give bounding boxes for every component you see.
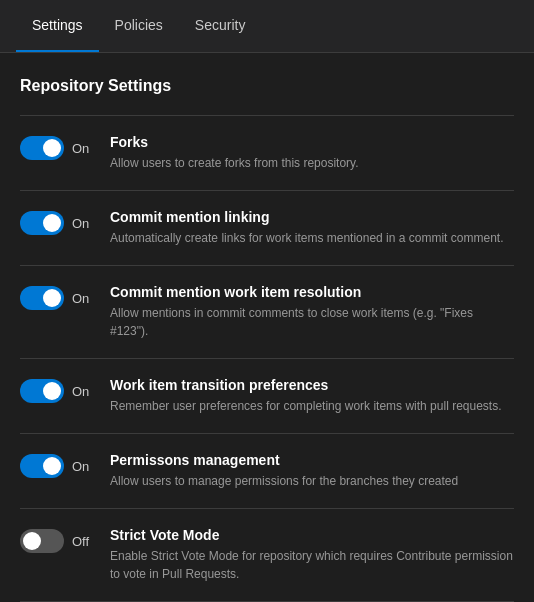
setting-item-strict-vote: Off Strict Vote Mode Enable Strict Vote … [20, 509, 514, 602]
setting-desc-forks: Allow users to create forks from this re… [110, 154, 514, 172]
setting-info-permissions: Permissons management Allow users to man… [110, 452, 514, 490]
section-title: Repository Settings [20, 77, 514, 95]
toggle-work-item-transition[interactable] [20, 379, 64, 403]
setting-desc-permissions: Allow users to manage permissions for th… [110, 472, 514, 490]
setting-info-strict-vote: Strict Vote Mode Enable Strict Vote Mode… [110, 527, 514, 583]
setting-name-permissions: Permissons management [110, 452, 514, 468]
toggle-commit-linking[interactable] [20, 211, 64, 235]
setting-info-work-item-transition: Work item transition preferences Remembe… [110, 377, 514, 415]
toggle-strict-vote[interactable] [20, 529, 64, 553]
setting-desc-commit-linking: Automatically create links for work item… [110, 229, 514, 247]
toggle-label-work-item-transition: On [72, 384, 89, 399]
toggle-container-forks: On [20, 134, 110, 160]
settings-list: On Forks Allow users to create forks fro… [20, 115, 514, 602]
setting-desc-strict-vote: Enable Strict Vote Mode for repository w… [110, 547, 514, 583]
setting-name-work-item-transition: Work item transition preferences [110, 377, 514, 393]
toggle-label-forks: On [72, 141, 89, 156]
main-content: Repository Settings On Forks Allow users… [0, 53, 534, 602]
setting-name-forks: Forks [110, 134, 514, 150]
toggle-container-commit-resolution: On [20, 284, 110, 310]
toggle-container-strict-vote: Off [20, 527, 110, 553]
setting-desc-commit-resolution: Allow mentions in commit comments to clo… [110, 304, 514, 340]
setting-item-commit-resolution: On Commit mention work item resolution A… [20, 266, 514, 359]
toggle-forks[interactable] [20, 136, 64, 160]
toggle-label-permissions: On [72, 459, 89, 474]
setting-item-forks: On Forks Allow users to create forks fro… [20, 116, 514, 191]
setting-info-commit-resolution: Commit mention work item resolution Allo… [110, 284, 514, 340]
tab-settings[interactable]: Settings [16, 0, 99, 52]
toggle-container-permissions: On [20, 452, 110, 478]
setting-item-commit-linking: On Commit mention linking Automatically … [20, 191, 514, 266]
toggle-commit-resolution[interactable] [20, 286, 64, 310]
setting-info-commit-linking: Commit mention linking Automatically cre… [110, 209, 514, 247]
setting-item-work-item-transition: On Work item transition preferences Reme… [20, 359, 514, 434]
toggle-container-work-item-transition: On [20, 377, 110, 403]
toggle-label-strict-vote: Off [72, 534, 89, 549]
setting-name-commit-resolution: Commit mention work item resolution [110, 284, 514, 300]
setting-name-strict-vote: Strict Vote Mode [110, 527, 514, 543]
toggle-container-commit-linking: On [20, 209, 110, 235]
setting-desc-work-item-transition: Remember user preferences for completing… [110, 397, 514, 415]
tab-bar: Settings Policies Security [0, 0, 534, 53]
toggle-permissions[interactable] [20, 454, 64, 478]
toggle-label-commit-resolution: On [72, 291, 89, 306]
setting-item-permissions: On Permissons management Allow users to … [20, 434, 514, 509]
tab-security[interactable]: Security [179, 0, 262, 52]
setting-info-forks: Forks Allow users to create forks from t… [110, 134, 514, 172]
tab-policies[interactable]: Policies [99, 0, 179, 52]
toggle-label-commit-linking: On [72, 216, 89, 231]
setting-name-commit-linking: Commit mention linking [110, 209, 514, 225]
